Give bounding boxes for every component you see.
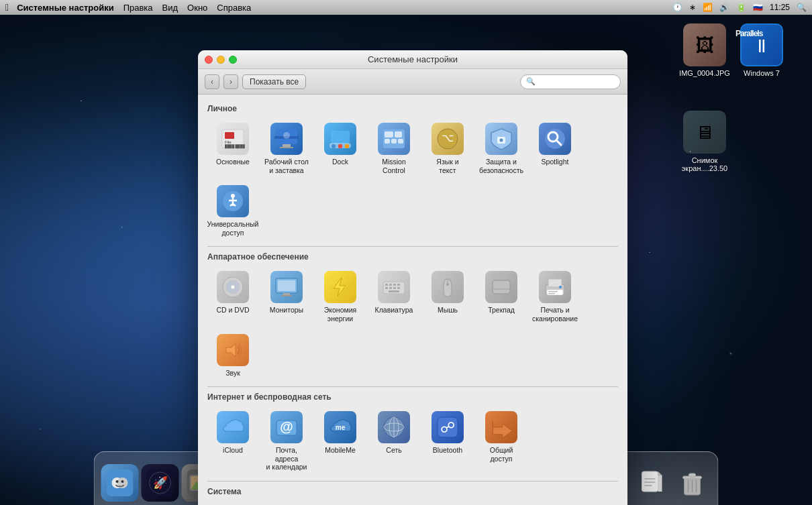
minimize-button[interactable] [217,56,225,64]
svg-rect-19 [398,139,403,144]
back-button[interactable]: ‹ [205,74,219,89]
forward-button[interactable]: › [223,74,238,89]
pref-item-datetime[interactable]: 18 Дата и время [315,502,366,505]
dock-item-finder[interactable] [101,464,139,502]
pref-item-access[interactable]: Универсальный доступ [207,181,258,241]
apple-menu[interactable]:  [5,2,9,13]
pref-item-startup[interactable]: Загрузочный том [529,502,580,505]
pref-item-software[interactable]: Обновление ПО [368,502,419,505]
sharing-icon [485,411,517,443]
prefs-grid-hardware: CD и DVD Мониторы Экономия энергии [207,267,618,381]
windows7-icon: || Parallels [740,23,783,66]
pref-item-trackpad[interactable]: Трекпад [476,267,527,327]
svg-rect-6 [283,144,291,147]
spotlight-search-icon[interactable]: 🔍 [797,3,807,12]
pref-item-bluetooth[interactable]: ☍ Bluetooth [422,407,473,475]
pref-item-sharing[interactable]: Общий доступ [476,407,527,475]
svg-rect-44 [393,284,396,286]
battery-menu-icon[interactable]: 🔋 [736,3,746,12]
window-title: Системные настройки [368,54,458,64]
menu-window[interactable]: Окно [187,3,207,13]
window-content: Личное File████ ████ Основные Рабочий ст… [198,95,627,505]
pref-item-print[interactable]: Печать и сканирование [529,267,580,327]
dock-item-launchpad[interactable]: 🚀 [142,464,179,502]
pref-item-speech[interactable]: Речь [422,502,473,505]
divider-1 [207,246,618,247]
pref-item-sound[interactable]: Звук [207,330,258,382]
pref-item-security[interactable]: Защита и безопасность [476,119,527,178]
sound-label: Звук [225,369,240,378]
trackpad-label: Трекпад [488,306,515,315]
divider-3 [207,481,618,482]
pref-item-icloud[interactable]: iCloud [207,407,258,475]
desktop:  Системные настройки Правка Вид Окно Сп… [0,0,812,505]
pref-item-timemachine[interactable]: Time Machine [476,502,527,505]
pref-item-mission[interactable]: Mission Control [368,119,419,178]
section-header-hardware: Аппаратное обеспечение [207,252,618,262]
icloud-icon [217,411,249,443]
search-icon: 🔍 [526,77,536,86]
pref-item-network[interactable]: Сеть [368,407,419,475]
dock-item-trash[interactable] [674,464,711,502]
keyboard-label: Клавиатура [375,306,413,315]
svg-point-52 [446,283,449,286]
svg-rect-59 [548,293,555,294]
svg-text:☍: ☍ [440,419,455,436]
svg-text:⌥: ⌥ [442,132,454,144]
svg-text:@: @ [280,419,293,434]
pref-item-users[interactable]: Пользователи и группы [207,502,258,505]
search-box[interactable]: 🔍 [520,74,621,89]
pref-item-dock[interactable]: Dock [315,119,366,178]
pref-item-cddvd[interactable]: CD и DVD [207,267,258,327]
pref-item-parental[interactable]: Родительский контроль [261,502,312,505]
dock-label: Dock [332,158,348,166]
pref-item-mouse[interactable]: Мышь [422,267,473,327]
pref-item-mobileme[interactable]: me MobileMe [315,407,366,475]
svg-rect-58 [548,291,558,292]
pref-item-spotlight[interactable]: Spotlight [529,119,580,178]
desktop-icon-screenshot[interactable]: 🖥 Снимок экран....23.50 [674,111,735,172]
menu-edit[interactable]: Правка [123,3,153,13]
pref-item-energy[interactable]: Экономия энергии [315,267,366,327]
pref-item-desktop[interactable]: Рабочий стол и заставка [261,119,312,178]
menu-view[interactable]: Вид [162,3,179,13]
svg-rect-48 [393,287,396,289]
maximize-button[interactable] [229,56,237,64]
dock-item-documents[interactable] [633,464,671,502]
search-input[interactable] [538,78,615,86]
menubar:  Системные настройки Правка Вид Окно Сп… [0,0,812,15]
desktop-icon-img0004[interactable]: 🖼 IMG_0004.JPG [674,23,735,77]
wifi-menu-icon[interactable]: 📶 [703,3,713,12]
app-menu-name[interactable]: Системные настройки [17,3,114,13]
menu-help[interactable]: Справка [217,3,251,13]
show-all-button[interactable]: Показать все [242,74,306,89]
energy-icon [324,271,356,303]
svg-rect-18 [391,139,397,144]
pref-item-news[interactable]: File████ ████ Основные [207,119,258,178]
svg-rect-47 [389,287,392,289]
close-button[interactable] [205,56,213,64]
svg-rect-53 [493,280,510,294]
sound-icon [217,334,249,366]
svg-marker-40 [334,278,346,296]
svg-marker-61 [226,343,236,357]
svg-text:████ ████: ████ ████ [225,144,245,149]
pref-item-mail[interactable]: @ Почта, адреса и календари [261,407,312,475]
pref-item-language[interactable]: ⌥ Язык и текст [422,119,473,178]
news-icon: File████ ████ [217,123,249,155]
svg-rect-9 [331,131,350,143]
menubar-right: 🕐 ∗ 📶 🔊 🔋 🇷🇺 11:25 🔍 [672,3,807,12]
toolbar: ‹ › Показать все 🔍 [198,69,627,95]
img0004-icon: 🖼 [683,23,726,66]
volume-menu-icon[interactable]: 🔊 [719,3,729,12]
desktop-icon-windows7[interactable]: || Parallels Windows 7 [731,23,792,77]
mission-label: Mission Control [382,158,406,174]
pref-item-keyboard[interactable]: Клавиатура [368,267,419,327]
svg-rect-15 [385,131,393,137]
keyboard-icon [378,271,410,303]
svg-rect-12 [338,144,342,148]
bluetooth-menu-icon[interactable]: ∗ [689,3,696,12]
svg-rect-7 [280,147,293,148]
desktop-pref-icon [270,123,303,155]
pref-item-displays[interactable]: Мониторы [261,267,312,327]
